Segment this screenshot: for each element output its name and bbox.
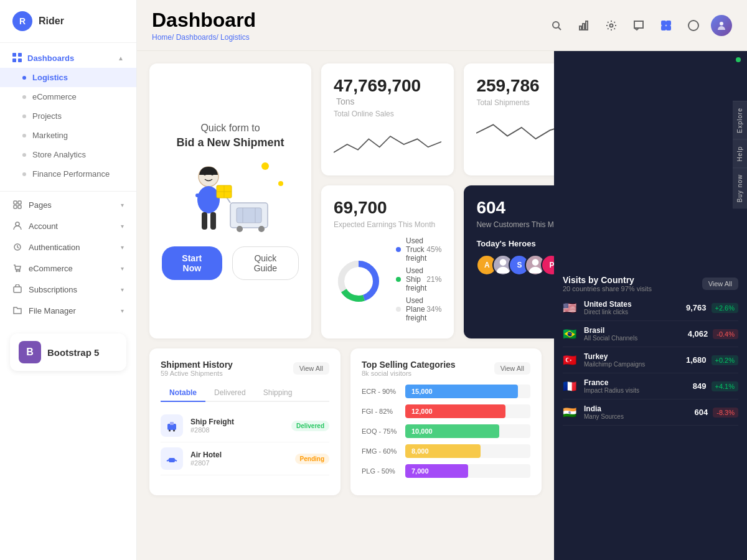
shipment-form-title: Quick form to [200, 123, 260, 134]
sidebar-item-file-manager[interactable]: File Manager ▾ [0, 300, 136, 321]
help-button[interactable]: Help [733, 139, 747, 168]
svg-point-19 [720, 22, 723, 26]
svg-rect-52 [169, 458, 175, 462]
deco-dot-2 [278, 181, 283, 186]
shipment-history-header: Shipment History 59 Active Shipments Vie… [161, 360, 329, 377]
svg-rect-31 [202, 212, 207, 230]
truck-dot [396, 247, 401, 252]
sidebar-item-ecommerce[interactable]: eCommerce [0, 87, 136, 106]
countries-list: 🇺🇸 United States Direct link clicks 9,76… [563, 295, 738, 426]
sidebar-item-account[interactable]: Account ▾ [0, 215, 136, 236]
topbar-left: Dashboard Home/ Dashboards/ Logistics [152, 9, 256, 42]
online-indicator [736, 57, 741, 62]
tab-notable[interactable]: Notable [161, 385, 205, 402]
analytics-button[interactable] [574, 16, 594, 35]
side-buttons: Explore Help Buy now [733, 101, 747, 209]
chevron-ecommerce-icon: ▾ [121, 265, 124, 272]
bar-row-fgi: FGI - 82% 12,000 [362, 404, 530, 418]
bottom-row: Shipment History 59 Active Shipments Vie… [149, 348, 542, 495]
bar-row-fmg: FMG - 60% 8,000 [362, 444, 530, 458]
sidebar-item-projects[interactable]: Projects [0, 106, 136, 126]
topbar-right [547, 15, 732, 36]
freight-legend: Used Truck freight 45% Used Ship freight [396, 236, 441, 326]
selling-view-all[interactable]: View All [494, 362, 530, 375]
start-now-button[interactable]: Start Now [162, 246, 222, 280]
countries-view-all[interactable]: View All [702, 278, 738, 290]
user-avatar[interactable] [711, 15, 732, 36]
svg-point-50 [169, 430, 171, 432]
history-tabs: Notable Delivered Shipping [161, 385, 329, 402]
svg-rect-16 [667, 21, 670, 25]
svg-point-51 [173, 430, 175, 432]
status-badge-2: Pending [295, 454, 329, 464]
breadcrumb: Home/ Dashboards/ Logistics [152, 33, 256, 42]
total-sales-card: 47,769,700 Tons Total Online Sales [321, 63, 454, 175]
stats-grid: 47,769,700 Tons Total Online Sales [321, 63, 554, 338]
chevron-auth-icon: ▾ [121, 244, 124, 251]
svg-point-4 [16, 222, 19, 226]
donut-chart [334, 256, 383, 306]
table-row: Ship Freight #2808 Delivered [161, 409, 329, 442]
earnings-label: Expected Earnings This Month [334, 220, 441, 229]
buy-now-button[interactable]: Buy now [733, 167, 747, 208]
settings-button[interactable] [601, 16, 621, 35]
history-subtitle: 59 Active Shipments [161, 370, 233, 377]
svg-rect-2 [14, 205, 17, 208]
sidebar-item-finance[interactable]: Finance Performance [0, 164, 136, 184]
svg-point-6 [16, 271, 17, 272]
chevron-subscriptions-icon: ▾ [121, 286, 124, 293]
sales-number: 47,769,700 Tons [334, 76, 441, 107]
logo-icon: R [12, 11, 32, 31]
bar-track: 15,000 [405, 385, 530, 398]
sidebar-item-store-analytics[interactable]: Store Analytics [0, 145, 136, 164]
bootstrap-icon: B [19, 341, 41, 363]
sidebar-item-subscriptions[interactable]: Subscriptions ▾ [0, 279, 136, 300]
country-row-in: 🇮🇳 India Many Sources 604 -8.3% [563, 399, 738, 426]
ship-freight-legend: Used Ship freight 21% [396, 266, 441, 292]
shipments-label: Total Shipments [476, 98, 554, 107]
shipment-icon-2 [161, 447, 183, 470]
search-button[interactable] [547, 16, 566, 35]
heroes-section: Today's Heroes A S P [476, 239, 554, 276]
inactive-dot [22, 114, 26, 118]
bar-row-ecr: ECR - 90% 15,000 [362, 385, 530, 398]
shipment-icon [161, 414, 183, 437]
status-badge: Delivered [291, 421, 329, 431]
theme-toggle[interactable] [684, 16, 703, 35]
logo[interactable]: R Rider [0, 0, 136, 43]
dashboards-group[interactable]: Dashboards ▲ [0, 48, 136, 68]
sidebar: R Rider Dashboards ▲ Logistics eCommerce… [0, 0, 137, 560]
tab-delivered[interactable]: Delivered [205, 385, 255, 402]
sidebar-item-authentication[interactable]: Authentication ▾ [0, 236, 136, 258]
svg-rect-8 [14, 287, 21, 292]
shipment-rows: Ship Freight #2808 Delivered Air Hotel [161, 409, 329, 475]
sidebar-item-marketing[interactable]: Marketing [0, 126, 136, 145]
inactive-dot [22, 95, 26, 99]
bar-row-plg: PLG - 50% 7,000 [362, 464, 530, 478]
change-badge: -8.3% [713, 408, 738, 418]
right-panel: Explore Help Buy now Visits by Country 2… [554, 51, 747, 560]
explore-button[interactable]: Explore [733, 101, 747, 139]
svg-rect-3 [18, 205, 21, 208]
sidebar-item-logistics[interactable]: Logistics [0, 68, 136, 87]
svg-point-43 [500, 259, 507, 266]
quick-guide-button[interactable]: Quick Guide [232, 246, 299, 280]
chevron-file-icon: ▾ [121, 307, 124, 314]
svg-rect-1 [18, 201, 21, 204]
sidebar-item-ecommerce-main[interactable]: eCommerce ▾ [0, 258, 136, 279]
svg-rect-15 [662, 21, 665, 25]
selling-subtitle: 8k social visitors [362, 370, 456, 377]
svg-rect-21 [237, 208, 261, 223]
shipment-info-2: Air Hotel #2807 [190, 450, 288, 467]
history-view-all[interactable]: View All [293, 362, 329, 375]
messages-button[interactable] [629, 16, 649, 35]
deco-dot-1 [261, 162, 269, 170]
sidebar-item-pages[interactable]: Pages ▾ [0, 194, 136, 215]
bar-fill: 10,000 [405, 424, 499, 438]
svg-point-14 [610, 24, 613, 27]
shipment-illustration [174, 159, 286, 234]
tab-shipping[interactable]: Shipping [255, 385, 301, 402]
table-row: Air Hotel #2807 Pending [161, 442, 329, 475]
bar-row-eoq: EOQ - 75% 10,000 [362, 424, 530, 438]
grid-button[interactable] [656, 16, 676, 35]
